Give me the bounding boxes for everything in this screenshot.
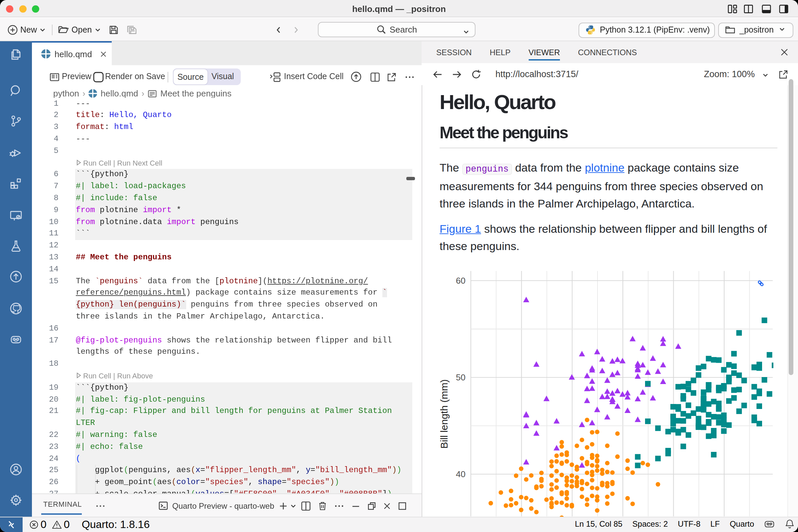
svg-text:60: 60 [456, 276, 466, 286]
svg-text:50: 50 [456, 373, 466, 382]
svg-text:Bill length (mm): Bill length (mm) [439, 379, 450, 449]
svg-text:40: 40 [456, 469, 466, 479]
